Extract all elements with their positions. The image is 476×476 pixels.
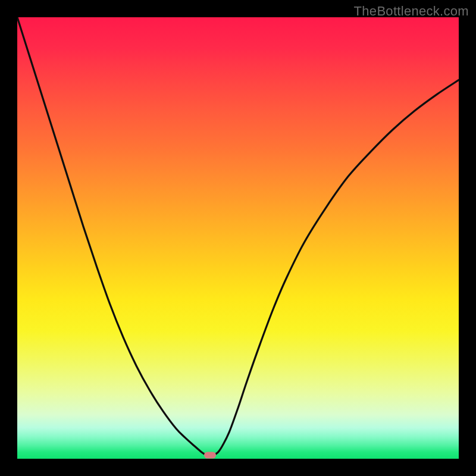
watermark-text: TheBottleneck.com — [354, 4, 469, 19]
curve-path — [17, 17, 459, 456]
chart-frame — [17, 17, 459, 459]
curve-svg — [17, 17, 459, 459]
minimum-marker — [204, 452, 216, 459]
curve-layer — [17, 17, 459, 459]
